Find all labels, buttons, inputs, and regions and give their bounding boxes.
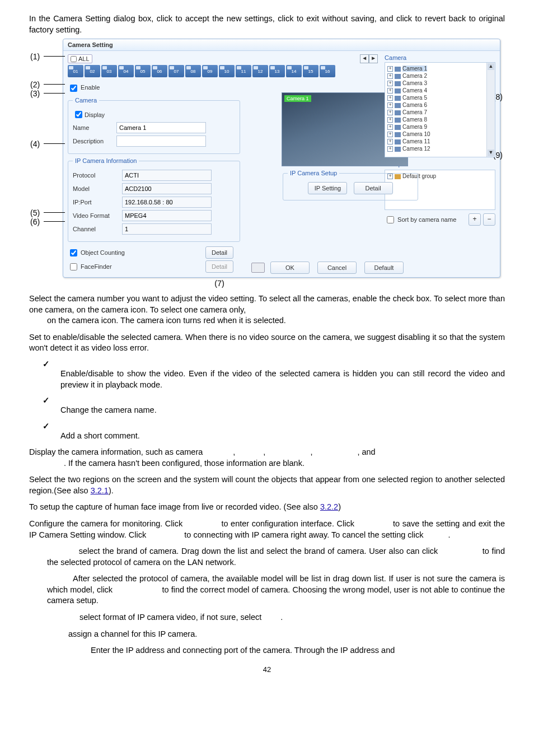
cancel-button[interactable]: Cancel [317,262,357,274]
tree-item[interactable]: +Camera 4 [387,87,493,94]
channel-value [122,223,212,235]
camera-tree-legend: Camera [385,54,495,61]
facefinder-detail-button: Detail [205,260,233,273]
ok-button[interactable]: OK [270,262,310,274]
tree-item[interactable]: +Camera 7 [387,109,493,116]
camera-icon[interactable]: 07 [168,65,184,77]
camera-icon[interactable]: 14 [286,65,302,77]
camera-icon[interactable]: 16 [320,65,335,77]
dialog-title: Camera Setting [63,39,500,51]
scroll-left-button[interactable]: ◄ [360,54,369,63]
paragraph-5: Select the two regions on the screen and… [29,474,505,496]
camera-icon-row: 01 02 03 04 05 06 07 08 09 10 11 12 13 1… [68,65,378,77]
camera-icon[interactable]: 09 [202,65,218,77]
tree-scroll-down[interactable]: ▼ [488,150,494,156]
bullet-ip: Enter the IP address and connecting port… [91,645,505,656]
ip-setting-button[interactable]: IP Setting [308,182,347,194]
display-label: Display [85,111,105,118]
paragraph-4: Display the camera information, such as … [29,447,505,469]
display-checkbox-input[interactable] [75,111,82,118]
tree-item[interactable]: +Camera 9 [387,123,493,130]
marker-6: (6) [30,217,40,226]
tree-item[interactable]: +Camera 8 [387,116,493,123]
camera-icon[interactable]: 01 [68,65,83,77]
camera-icon[interactable]: 02 [85,65,100,77]
camera-legend: Camera [73,97,99,104]
protocol-value [122,170,212,181]
paragraph-description: Add a short comment. [60,431,505,442]
camera-icon[interactable]: 06 [152,65,167,77]
bullet-videoformat: select format of IP camera video, if not… [79,612,505,623]
link-3-2-1[interactable]: 3.2.1 [91,486,109,495]
paragraph-display: Enable/disable to show the video. Even i… [60,368,505,390]
camera-tree[interactable]: ▲ ▼ +Camera 1 +Camera 2 +Camera 3 +Camer… [385,62,495,157]
tree-scroll-up[interactable]: ▲ [488,63,494,70]
facefinder-checkbox[interactable] [70,263,77,270]
tree-item[interactable]: +Camera 1 [387,65,493,72]
paragraph-6: To setup the capture of human face image… [29,502,505,513]
bullet-check-icon: ✓ [43,396,505,405]
tree-item[interactable]: +Camera 3 [387,80,493,87]
bullet-check-icon: ✓ [43,422,505,431]
tree-item[interactable]: +Camera 11 [387,138,493,145]
model-value [122,183,212,194]
camera-fieldset: Camera Display Name Description [68,97,240,154]
sort-checkbox[interactable] [387,216,394,223]
camera-setting-dialog: Camera Setting ALL ◄► 01 02 03 04 [63,39,500,278]
ip-detail-button[interactable]: Detail [354,182,393,194]
bullet-check-icon: ✓ [43,360,505,368]
tree-item[interactable]: +Camera 12 [387,145,493,152]
object-counting-detail-button[interactable]: Detail [205,246,233,259]
camera-icon[interactable]: 04 [118,65,134,77]
model-label: Model [73,185,122,192]
camera-icon[interactable]: 11 [236,65,251,77]
ip-camera-info-fieldset: IP Camera Information Protocol Model IP:… [68,157,240,242]
paragraph-7: Configure the camera for monitoring. Cli… [29,519,505,540]
tree-item[interactable]: +Camera 5 [387,94,493,101]
bullet-channel: assign a channel for this IP camera. [68,629,505,640]
camera-icon[interactable]: 10 [219,65,235,77]
default-button[interactable]: Default [364,262,404,274]
protocol-label: Protocol [73,172,122,179]
camera-icon[interactable]: 13 [269,65,285,77]
description-label: Description [73,138,116,144]
scroll-right-button[interactable]: ► [369,54,378,63]
all-checkbox[interactable]: ALL [68,54,92,63]
tree-item[interactable]: +Camera 10 [387,130,493,138]
paragraph-2: Set to enable/disable the selected camer… [29,332,505,354]
tree-item[interactable]: +Camera 2 [387,72,493,80]
object-counting-checkbox[interactable] [70,249,77,256]
link-3-2-2[interactable]: 3.2.2 [320,502,338,511]
display-checkbox[interactable]: Display [73,109,235,120]
camera-icon[interactable]: 05 [135,65,151,77]
name-input[interactable] [116,122,206,133]
camera-icon[interactable]: 03 [101,65,117,77]
add-group-button[interactable]: + [469,213,481,226]
marker-4: (4) [30,139,40,148]
preview-camera-label: Camera 1 [284,95,311,102]
dialog-wrap: (1) (2) (3) (4) (5) (6) (8) (9) Camera S… [29,39,505,288]
ip-camera-setup-fieldset: IP Camera Setup IP Setting Detail [283,170,418,200]
ipport-value [122,197,212,208]
description-input[interactable] [116,136,206,147]
tree-item[interactable]: +Camera 6 [387,101,493,109]
ipinfo-legend: IP Camera Information [73,157,139,164]
marker-7: (7) [63,279,376,288]
paragraph-name: Change the camera name. [60,405,505,416]
ipsetup-legend: IP Camera Setup [288,170,339,176]
marker-2: (2) [30,80,40,89]
ipport-label: IP:Port [73,199,122,206]
remove-group-button[interactable]: − [483,213,495,226]
sort-label: Sort by camera name [397,216,456,223]
enable-checkbox-input[interactable] [70,85,77,92]
all-checkbox-input[interactable] [71,56,77,62]
bullet-model: After selected the protocol of camera, t… [47,573,505,606]
marker-3: (3) [30,89,40,98]
camera-icon[interactable]: 12 [252,65,268,77]
camera-icon[interactable]: 08 [185,65,201,77]
bullet-protocol: select the brand of camera. Drag down th… [47,546,505,568]
marker-5: (5) [30,208,40,217]
keyboard-icon[interactable] [251,263,265,273]
marker-1: (1) [30,52,40,61]
camera-icon[interactable]: 15 [303,65,318,77]
